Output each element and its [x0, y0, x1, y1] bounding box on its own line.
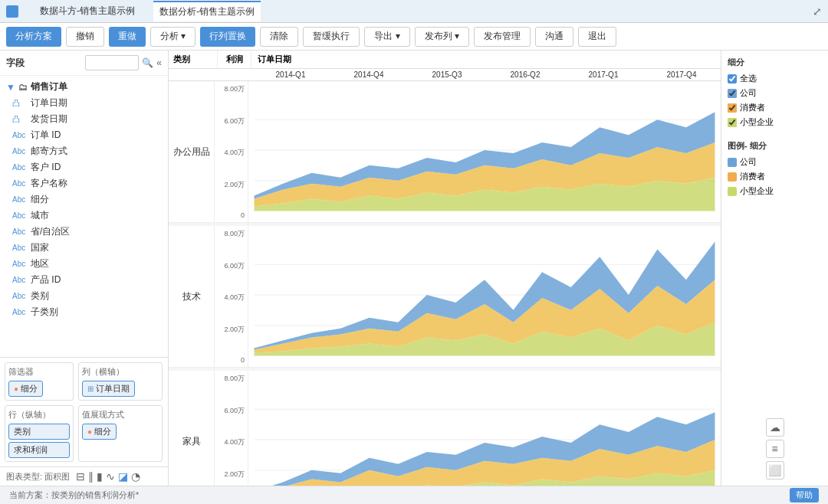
field-item-子类别[interactable]: Abc 子类别 — [0, 304, 168, 320]
grid-button[interactable]: ≡ — [766, 440, 784, 458]
row-tag-profit-label: 求和利润 — [14, 445, 48, 454]
row-tag-category[interactable]: 类别 — [8, 424, 70, 440]
chart-icon-grouped[interactable]: ▮ — [97, 470, 103, 483]
title-bar: 数据斗方-销售主题示例 数据分析-销售主题示例 ⤢ — [0, 0, 828, 23]
cancel-button[interactable]: 撤销 — [66, 27, 104, 47]
float-btns: ☁ ≡ ⬜ — [728, 409, 822, 479]
chart-row-办公用品: 办公用品8.00万6.00万4.00万2.00万0 — [169, 81, 721, 223]
y-axis-家具: 8.00万6.00万4.00万2.00万0 — [215, 371, 248, 486]
value-tag-label: 细分 — [94, 426, 111, 437]
filter-tag[interactable]: ● 细分 — [8, 381, 43, 397]
chart-type-section: 图表类型: 面积图 ⊟ ∥ ▮ ∿ ◪ ◔ — [0, 466, 168, 486]
field-item-发货日期[interactable]: 凸 发货日期 — [0, 111, 168, 127]
app-title[interactable]: 数据斗方-销售主题示例 — [34, 2, 141, 21]
search-box: 🔍 « — [85, 55, 162, 70]
y-label: 4.00万 — [215, 148, 245, 158]
field-list: ▼ 🗂 销售订单凸 订单日期凸 发货日期Abc 订单 IDAbc 邮寄方式Abc… — [0, 76, 168, 357]
analysis-button[interactable]: 分析方案 — [6, 27, 61, 47]
y-axis-办公用品: 8.00万6.00万4.00万2.00万0 — [215, 81, 248, 222]
manage-button[interactable]: 发布管理 — [474, 27, 531, 47]
field-item-城市[interactable]: Abc 城市 — [0, 208, 168, 224]
checkbox-小型企业[interactable]: 小型企业 — [728, 116, 822, 128]
checkbox-公司[interactable]: 公司 — [728, 87, 822, 99]
collapse-icon[interactable]: « — [156, 57, 162, 68]
field-group-销售订单[interactable]: ▼ 🗂 销售订单 — [0, 79, 168, 95]
field-item-订单 ID[interactable]: Abc 订单 ID — [0, 127, 168, 143]
field-item-客户名称[interactable]: Abc 客户名称 — [0, 175, 168, 191]
tab-title[interactable]: 数据分析-销售主题示例 — [153, 1, 261, 21]
timeline-tick: 2017-Q1 — [564, 70, 642, 79]
export-button[interactable]: 导出 ▾ — [364, 27, 409, 47]
field-item-类别[interactable]: Abc 类别 — [0, 288, 168, 304]
publish-button[interactable]: 发布列 ▾ — [415, 27, 469, 47]
clear-button[interactable]: 清除 — [260, 27, 298, 47]
timeline-tick: 2014-Q1 — [251, 70, 330, 79]
checkbox-input-公司[interactable] — [728, 89, 737, 98]
right-sidebar: 细分 全选公司消费者小型企业 图例- 细分 公司消费者小型企业 ☁ ≡ ⬜ — [721, 51, 828, 486]
exit-button[interactable]: 退出 — [578, 27, 616, 47]
chart-type-label: 图表类型: 面积图 — [6, 471, 70, 483]
legends-container: 公司消费者小型企业 — [728, 156, 822, 197]
chart-icon-table[interactable]: ⊟ — [76, 470, 85, 483]
row-label-家具: 家具 — [169, 371, 215, 486]
checkbox-input-全选[interactable] — [728, 74, 737, 83]
field-item-邮寄方式[interactable]: Abc 邮寄方式 — [0, 143, 168, 159]
y-label: 4.00万 — [215, 293, 245, 303]
search-input[interactable] — [85, 55, 139, 70]
legend-item-小型企业: 小型企业 — [728, 185, 822, 197]
chart-row-家具: 家具8.00万6.00万4.00万2.00万0 — [169, 371, 721, 486]
checkbox-全选[interactable]: 全选 — [728, 73, 822, 84]
help-button[interactable]: 帮助 — [790, 488, 819, 502]
y-label: 2.00万 — [215, 470, 245, 479]
chart-icon-area[interactable]: ◪ — [118, 470, 128, 483]
field-item-客户 ID[interactable]: Abc 客户 ID — [0, 159, 168, 175]
timeline-tick: 2015-Q3 — [408, 70, 486, 79]
legend-section: 图例- 细分 公司消费者小型企业 — [728, 140, 822, 200]
field-item-细分[interactable]: Abc 细分 — [0, 191, 168, 208]
sidebar-header: 字段 🔍 « — [0, 51, 168, 76]
checkbox-input-消费者[interactable] — [728, 103, 737, 113]
analyze-button[interactable]: 分析 ▾ — [150, 27, 196, 47]
filter-tag-icon: ● — [14, 385, 18, 393]
toolbar: 分析方案撤销重做分析 ▾行列置换清除暂缓执行导出 ▾发布列 ▾发布管理沟通退出 — [0, 23, 828, 51]
chart-icon-bar[interactable]: ∥ — [88, 470, 94, 483]
filter-panel: 筛选器 ● 细分 — [5, 362, 74, 401]
field-item-订单日期[interactable]: 凸 订单日期 — [0, 95, 168, 111]
value-tag[interactable]: ● 细分 — [82, 424, 117, 440]
col-panel-title: 列（横轴） — [82, 366, 159, 378]
y-label: 6.00万 — [215, 261, 245, 271]
col-tag[interactable]: ⊞ 订单日期 — [82, 381, 135, 397]
chart-icon-pie[interactable]: ◔ — [131, 470, 140, 483]
checkbox-input-小型企业[interactable] — [728, 118, 737, 127]
redo-button[interactable]: 重做 — [109, 27, 146, 47]
field-item-国家[interactable]: Abc 国家 — [0, 240, 168, 256]
checkbox-label: 全选 — [740, 73, 757, 84]
search-icon[interactable]: 🔍 — [142, 57, 153, 68]
communicate-button[interactable]: 沟通 — [535, 27, 573, 47]
segment-title: 细分 — [728, 57, 822, 68]
y-label: 8.00万 — [215, 374, 245, 384]
legend-label: 小型企业 — [740, 185, 774, 197]
col-header-profit: 利润 — [218, 51, 251, 68]
col-panel: 列（横轴） ⊞ 订单日期 — [78, 362, 163, 401]
field-item-地区[interactable]: Abc 地区 — [0, 256, 168, 272]
checkbox-label: 消费者 — [740, 102, 765, 113]
pause-button[interactable]: 暂缓执行 — [303, 27, 360, 47]
cloud-button[interactable]: ☁ — [766, 418, 784, 437]
value-tag-icon: ● — [87, 427, 92, 436]
value-panel-title: 值展现方式 — [82, 409, 159, 421]
expand-window-icon[interactable]: ⤢ — [813, 5, 822, 18]
chart-row-技术: 技术8.00万6.00万4.00万2.00万0 — [169, 226, 721, 368]
col-header-category: 类别 — [169, 51, 218, 68]
checkbox-消费者[interactable]: 消费者 — [728, 102, 822, 113]
y-label: 0 — [215, 356, 245, 364]
row-tag-profit[interactable]: 求和利润 — [8, 442, 70, 458]
checkboxes-container: 全选公司消费者小型企业 — [728, 73, 822, 131]
field-item-省/自治区[interactable]: Abc 省/自治区 — [0, 224, 168, 240]
field-item-产品 ID[interactable]: Abc 产品 ID — [0, 272, 168, 288]
chart-icon-line[interactable]: ∿ — [106, 470, 115, 483]
col-tag-icon: ⊞ — [87, 385, 94, 393]
window-button[interactable]: ⬜ — [766, 461, 784, 479]
rowcol-button[interactable]: 行列置换 — [200, 27, 255, 47]
chart-svg-area-家具 — [248, 371, 721, 486]
